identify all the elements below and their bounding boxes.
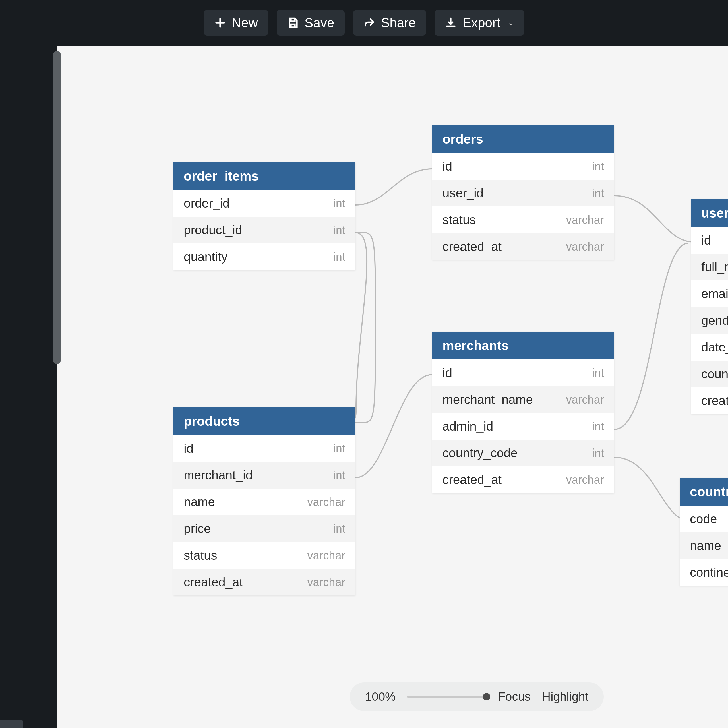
share-label: Share xyxy=(381,15,416,31)
column-name: id xyxy=(442,366,452,380)
table-row[interactable]: priceint xyxy=(173,515,355,542)
column-name: admin_id xyxy=(442,419,493,433)
table-row[interactable]: merchant_namevarchar xyxy=(432,386,614,413)
relationship-connectors xyxy=(68,46,728,728)
table-row[interactable]: idint xyxy=(432,153,614,180)
plus-icon xyxy=(214,17,226,29)
column-name: id xyxy=(701,233,711,248)
column-name: merchant_name xyxy=(442,392,533,407)
column-name: created_at xyxy=(184,575,243,589)
column-name: code xyxy=(690,512,717,526)
table-row[interactable]: admin_idint xyxy=(432,413,614,440)
column-name: name xyxy=(184,495,215,509)
table-row[interactable]: order_idint xyxy=(173,190,355,217)
column-name: email xyxy=(701,287,728,301)
table-row[interactable]: idint xyxy=(432,359,614,386)
table-row[interactable]: gender xyxy=(691,307,728,334)
column-type: int xyxy=(592,447,604,460)
topbar: New Save Share Export ⌄ xyxy=(0,0,728,46)
download-icon xyxy=(445,17,457,29)
column-name: created_at xyxy=(442,473,502,487)
table-products[interactable]: products idint merchant_idint namevarcha… xyxy=(173,407,355,595)
save-button[interactable]: Save xyxy=(277,10,345,35)
table-row[interactable]: country_code xyxy=(691,361,728,387)
column-type: int xyxy=(333,442,345,455)
column-type: varchar xyxy=(307,496,345,508)
column-name: id xyxy=(442,159,452,173)
table-row[interactable]: created_at xyxy=(691,387,728,414)
table-header: users xyxy=(691,199,728,227)
column-type: int xyxy=(592,187,604,200)
column-type: int xyxy=(333,469,345,482)
column-name: created_at xyxy=(701,393,728,408)
column-name: status xyxy=(442,213,476,227)
table-header: merchants xyxy=(432,332,614,359)
export-label: Export xyxy=(462,15,500,31)
table-row[interactable]: date_joined xyxy=(691,334,728,361)
column-type: varchar xyxy=(566,214,604,226)
table-row[interactable]: quantityint xyxy=(173,243,355,270)
table-row[interactable]: created_atvarchar xyxy=(432,233,614,260)
column-name: full_name xyxy=(701,260,728,274)
column-type: varchar xyxy=(566,240,604,253)
column-name: name xyxy=(690,538,721,553)
table-row[interactable]: merchant_idint xyxy=(173,462,355,489)
column-name: user_id xyxy=(442,186,483,200)
column-name: quantity xyxy=(184,250,228,264)
table-row[interactable]: email xyxy=(691,280,728,307)
table-countries[interactable]: countries code name continent xyxy=(680,478,728,586)
column-name: date_joined xyxy=(701,340,728,354)
table-order-items[interactable]: order_items order_idint product_idint qu… xyxy=(173,162,355,270)
table-row[interactable]: country_codeint xyxy=(432,440,614,466)
new-label: New xyxy=(232,15,258,31)
table-row[interactable]: statusvarchar xyxy=(432,206,614,233)
save-icon xyxy=(287,17,299,29)
column-name: country_code xyxy=(701,367,728,381)
table-users[interactable]: users id full_name email gender date_joi… xyxy=(691,199,728,414)
table-row[interactable]: continent xyxy=(680,559,728,586)
column-type: int xyxy=(333,522,345,535)
column-type: int xyxy=(333,251,345,263)
column-type: int xyxy=(333,224,345,237)
new-button[interactable]: New xyxy=(204,10,268,35)
column-type: int xyxy=(333,197,345,210)
table-row[interactable]: full_name xyxy=(691,254,728,280)
column-type: varchar xyxy=(566,393,604,406)
sidebar-scrollbar[interactable] xyxy=(53,51,61,364)
table-header: products xyxy=(173,407,355,435)
table-header: orders xyxy=(432,125,614,153)
zoom-percent: 100% xyxy=(365,690,396,704)
table-row[interactable]: idint xyxy=(173,435,355,462)
share-icon xyxy=(363,17,375,29)
column-name: price xyxy=(184,522,211,536)
column-name: gender xyxy=(701,314,728,327)
column-name: continent xyxy=(690,565,728,580)
table-row[interactable]: name xyxy=(680,532,728,559)
column-name: created_at xyxy=(442,239,502,254)
column-type: varchar xyxy=(307,549,345,562)
column-name: country_code xyxy=(442,446,518,460)
table-merchants[interactable]: merchants idint merchant_namevarchar adm… xyxy=(432,332,614,493)
table-row[interactable]: product_idint xyxy=(173,217,355,243)
table-orders[interactable]: orders idint user_idint statusvarchar cr… xyxy=(432,125,614,260)
table-row[interactable]: created_atvarchar xyxy=(173,569,355,595)
export-button[interactable]: Export ⌄ xyxy=(434,10,524,35)
column-name: order_id xyxy=(184,196,229,210)
table-row[interactable]: code xyxy=(680,506,728,532)
table-row[interactable]: namevarchar xyxy=(173,489,355,515)
highlight-button[interactable]: Highlight xyxy=(542,690,588,704)
column-name: merchant_id xyxy=(184,468,252,482)
table-row[interactable]: created_atvarchar xyxy=(432,466,614,493)
table-header: order_items xyxy=(173,162,355,190)
table-row[interactable]: id xyxy=(691,227,728,254)
sidebar-collapsed-tab[interactable] xyxy=(0,720,23,728)
table-row[interactable]: user_idint xyxy=(432,180,614,206)
column-type: int xyxy=(592,160,604,173)
table-row[interactable]: statusvarchar xyxy=(173,542,355,569)
diagram-canvas[interactable]: order_items order_idint product_idint qu… xyxy=(68,46,728,728)
focus-button[interactable]: Focus xyxy=(498,690,530,704)
share-button[interactable]: Share xyxy=(353,10,426,35)
zoom-slider[interactable] xyxy=(407,696,486,697)
column-name: id xyxy=(184,441,193,456)
zoom-slider-thumb[interactable] xyxy=(483,693,490,700)
